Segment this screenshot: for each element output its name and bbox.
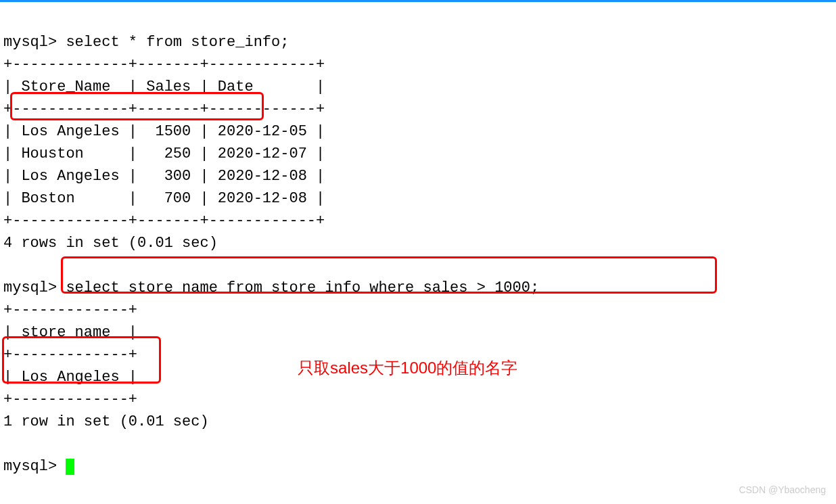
table-row: | Los Angeles | 1500 | 2020-12-05 |: [3, 123, 325, 140]
annotation-text: 只取sales大于1000的值的名字: [298, 356, 517, 380]
terminal-output: mysql> select * from store_info; +------…: [3, 9, 833, 478]
prompt: mysql>: [3, 34, 57, 51]
table-border: +-------------+: [3, 346, 137, 363]
table-header: | store_name |: [3, 324, 137, 341]
table-row: | Los Angeles |: [3, 369, 137, 386]
table-header: | Store_Name | Sales | Date |: [3, 78, 325, 95]
prompt: mysql>: [3, 279, 57, 296]
result-summary: 4 rows in set (0.01 sec): [3, 235, 218, 252]
watermark: CSDN @Ybaocheng: [739, 483, 826, 497]
cursor-icon: [66, 459, 74, 475]
table-border: +-------------+: [3, 391, 137, 408]
result-summary: 1 row in set (0.01 sec): [3, 413, 209, 430]
table-border: +-------------+-------+------------+: [3, 56, 325, 73]
sql-query-1: select * from store_info;: [66, 34, 289, 51]
sql-query-2: select store_name from store_info where …: [66, 279, 539, 296]
table-row: | Boston | 700 | 2020-12-08 |: [3, 190, 325, 207]
table-row: | Houston | 250 | 2020-12-07 |: [3, 145, 325, 162]
table-border: +-------------+-------+------------+: [3, 212, 325, 229]
table-border: +-------------+: [3, 302, 137, 319]
table-border: +-------------+-------+------------+: [3, 101, 325, 118]
table-row: | Los Angeles | 300 | 2020-12-08 |: [3, 168, 325, 185]
prompt: mysql>: [3, 458, 57, 475]
